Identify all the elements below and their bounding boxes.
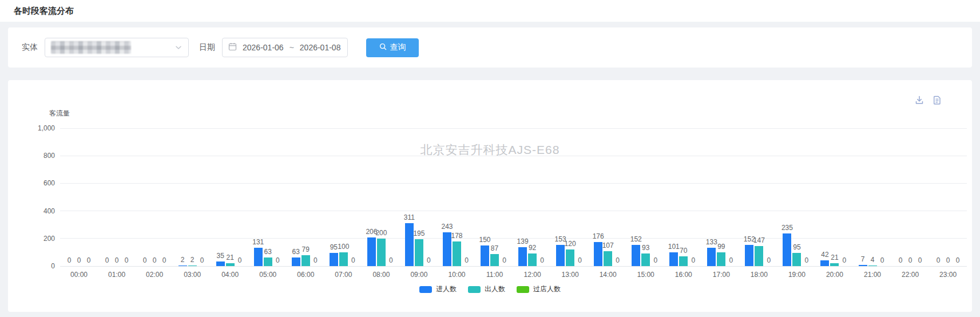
bar-value-label: 0: [691, 256, 695, 264]
legend-item[interactable]: 出人数: [468, 284, 505, 294]
y-tick-label: 200: [43, 235, 55, 243]
search-icon: [379, 43, 387, 52]
bar: [859, 265, 867, 266]
chart-toolbar: [914, 95, 942, 105]
bar-value-label: 0: [68, 256, 72, 264]
chart-card: 客流量 02004006008001,00000000:0000001:0000…: [8, 80, 972, 312]
bar-value-label: 133: [706, 238, 717, 246]
bar: [367, 237, 376, 266]
bar-value-label: 0: [899, 256, 903, 264]
bar-value-label: 70: [680, 247, 687, 255]
bar-value-label: 311: [404, 213, 415, 221]
y-tick-label: 400: [43, 207, 55, 215]
x-tick-label: 04:00: [211, 271, 249, 279]
bar-value-label: 139: [517, 237, 529, 245]
bar-value-label: 0: [653, 256, 657, 264]
bar: [292, 257, 300, 266]
bar-value-label: 93: [642, 244, 649, 252]
date-separator: ~: [289, 43, 294, 52]
x-tick-label: 14:00: [589, 271, 627, 279]
bar-value-label: 0: [956, 256, 960, 264]
legend-label: 过店人数: [533, 284, 561, 294]
bar: [707, 248, 716, 266]
bar-value-label: 87: [491, 244, 498, 252]
bar-value-label: 0: [238, 256, 242, 264]
bar-value-label: 0: [767, 256, 771, 264]
entity-select[interactable]: [45, 38, 189, 57]
entity-value-redacted: [51, 41, 131, 54]
legend-swatch: [517, 286, 529, 293]
calendar-icon: [228, 42, 237, 53]
bar-value-label: 131: [252, 238, 264, 246]
bar-value-label: 7: [861, 255, 865, 263]
bar: [178, 266, 187, 266]
bar-value-label: 0: [805, 256, 809, 264]
bar: [566, 249, 574, 266]
x-tick-label: 12:00: [514, 271, 552, 279]
x-tick-label: 10:00: [438, 271, 475, 279]
legend-label: 进人数: [436, 284, 457, 294]
report-icon[interactable]: [932, 95, 942, 105]
bar: [188, 266, 197, 266]
bar-value-label: 63: [264, 248, 272, 256]
y-tick-label: 1,000: [38, 124, 55, 132]
x-tick-label: 16:00: [665, 271, 703, 279]
bar-value-label: 0: [946, 256, 950, 264]
bar-value-label: 0: [616, 256, 620, 264]
bar-value-label: 152: [630, 235, 642, 243]
date-end[interactable]: 2026-01-08: [300, 43, 341, 52]
bar-value-label: 0: [427, 256, 431, 264]
bar-value-label: 2: [181, 256, 185, 264]
bar: [415, 239, 423, 266]
x-tick-label: 11:00: [476, 271, 514, 279]
x-tick-label: 03:00: [173, 271, 211, 279]
download-icon[interactable]: [914, 95, 925, 105]
bar-value-label: 176: [593, 232, 604, 240]
bar-value-label: 0: [351, 256, 355, 264]
bar: [301, 255, 310, 266]
bar: [717, 252, 725, 266]
bar-value-label: 200: [375, 229, 387, 237]
x-tick-label: 23:00: [929, 271, 967, 279]
x-tick-label: 22:00: [891, 271, 929, 279]
legend-item[interactable]: 进人数: [419, 284, 457, 294]
bar-value-label: 0: [276, 256, 280, 264]
bar-value-label: 0: [918, 256, 922, 264]
bar-value-label: 0: [389, 256, 393, 264]
bar: [594, 242, 602, 266]
x-tick-label: 09:00: [400, 271, 438, 279]
bar: [443, 232, 451, 266]
y-tick-label: 600: [43, 179, 55, 187]
bar: [528, 253, 537, 266]
page-title: 各时段客流分布: [14, 6, 74, 17]
bar-value-label: 107: [602, 241, 614, 249]
bar-value-label: 0: [77, 256, 81, 264]
legend-swatch: [468, 286, 481, 293]
query-button[interactable]: 查询: [366, 38, 419, 57]
date-start[interactable]: 2026-01-06: [243, 43, 284, 52]
bar-value-label: 0: [143, 256, 147, 264]
bar-value-label: 63: [292, 248, 300, 256]
bar: [405, 223, 414, 266]
x-tick-label: 18:00: [740, 271, 778, 279]
x-tick-label: 01:00: [98, 271, 136, 279]
date-label: 日期: [199, 42, 215, 53]
bar-value-label: 92: [529, 244, 536, 252]
bar: [679, 256, 688, 266]
bar: [453, 241, 461, 266]
bar-value-label: 0: [937, 256, 941, 264]
x-tick-label: 19:00: [778, 271, 816, 279]
legend-item[interactable]: 过店人数: [517, 284, 561, 294]
date-range-picker[interactable]: 2026-01-06 ~ 2026-01-08: [222, 38, 348, 57]
y-tick-label: 0: [51, 262, 55, 270]
legend-label: 出人数: [485, 284, 505, 294]
bar: [755, 246, 763, 266]
bar-value-label: 0: [125, 256, 129, 264]
bar-value-label: 79: [302, 245, 310, 253]
bar: [868, 266, 877, 266]
bar: [264, 257, 272, 266]
x-tick-label: 07:00: [324, 271, 362, 279]
x-tick-label: 20:00: [816, 271, 854, 279]
bar: [604, 251, 612, 266]
x-tick-label: 17:00: [703, 271, 740, 279]
